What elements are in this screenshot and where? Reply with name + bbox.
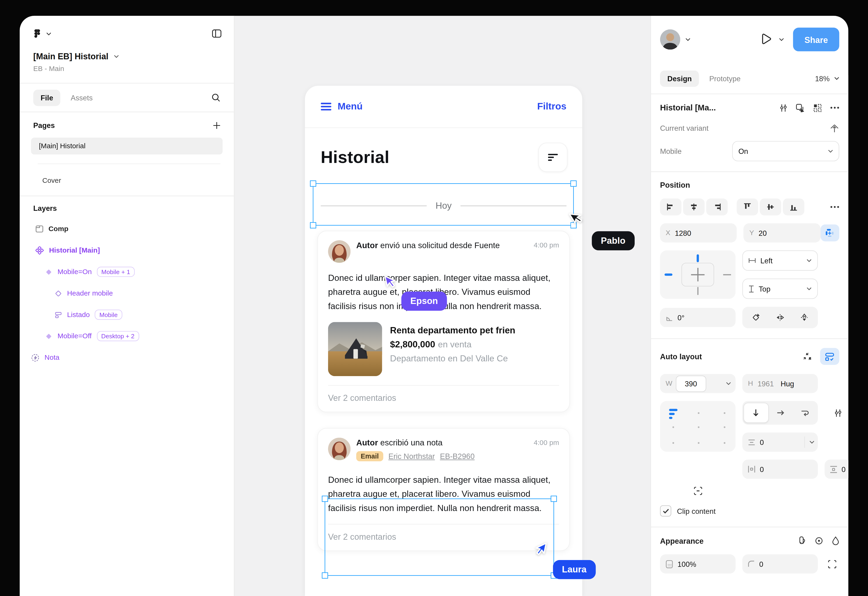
styles-swatch-icon[interactable] (797, 536, 806, 545)
variant-diamond-icon (45, 268, 52, 275)
opacity-input[interactable]: 100% (660, 555, 736, 574)
variant-value-dropdown[interactable]: On (732, 141, 839, 161)
auto-layout-active-icon[interactable] (820, 348, 839, 365)
clip-content-label: Clip content (677, 507, 716, 515)
y-position-input[interactable]: Y 20 (744, 223, 821, 243)
card2-comments-link[interactable]: Ver 2 comentarios (328, 532, 559, 541)
variant-prop-label: Mobile (660, 147, 682, 155)
component-seal-icon (31, 353, 40, 362)
align-right-icon[interactable] (706, 198, 728, 215)
divider (328, 524, 559, 524)
page-item-cover[interactable]: Cover (20, 164, 234, 196)
expand-icon[interactable] (828, 560, 836, 568)
constraints-toggle-icon[interactable] (821, 224, 839, 241)
chevron-down-icon[interactable] (834, 77, 839, 80)
cursor-label-pablo: Pablo (592, 231, 635, 250)
spacing-sliders-icon[interactable] (834, 408, 842, 417)
horizontal-padding-input[interactable]: 0 (742, 460, 818, 479)
adjust-sliders-icon[interactable] (779, 104, 787, 112)
layer-row-historial-main[interactable]: Historial [Main] (35, 240, 223, 261)
vertical-constraint-dropdown[interactable]: Top (742, 278, 818, 299)
rotation-input[interactable]: 0° (660, 308, 736, 327)
eye-icon[interactable] (815, 536, 824, 545)
align-center-horizontal-icon[interactable] (683, 198, 705, 215)
flip-vertical-icon[interactable] (793, 308, 817, 327)
align-left-icon[interactable] (660, 198, 682, 215)
layers-header: Layers (31, 204, 223, 213)
direction-right-icon[interactable] (769, 403, 793, 422)
list-instance-icon (55, 311, 62, 318)
tab-design[interactable]: Design (660, 70, 699, 87)
layer-row-mobile-on[interactable]: Mobile=On Mobile + 1 (45, 261, 223, 282)
chevron-down-icon[interactable] (685, 38, 691, 41)
card1-comments-link[interactable]: Ver 2 comentarios (328, 393, 559, 403)
height-input[interactable]: H 1961 Hug (742, 374, 818, 393)
flip-horizontal-icon[interactable] (768, 308, 793, 327)
horizontal-constraint-dropdown[interactable]: Left (742, 250, 818, 271)
today-label: Hoy (435, 201, 452, 211)
alignment-grid[interactable] (660, 401, 736, 451)
card1-time: 4:00 pm (534, 240, 559, 263)
layer-row-listado[interactable]: Listado Mobile (55, 304, 223, 325)
more-icon[interactable] (830, 206, 839, 208)
variant-badge: Mobile (95, 309, 122, 319)
blend-droplet-icon[interactable] (832, 536, 839, 545)
card2-action: escribió una nota (380, 438, 443, 447)
clip-content-checkbox[interactable] (660, 505, 671, 516)
hug-mode: Hug (781, 379, 794, 387)
shrink-icon[interactable] (803, 352, 812, 361)
app-window: [Main EB] Historial EB - Main File Asset… (20, 16, 849, 596)
vertical-padding-input[interactable]: 0 (825, 460, 848, 479)
component-grid-icon[interactable] (813, 104, 822, 112)
contact-link[interactable]: Eric Northstar (388, 452, 435, 460)
align-bottom-icon[interactable] (783, 198, 804, 215)
figma-logo-icon[interactable] (33, 30, 41, 38)
card1-author: Autor (356, 241, 378, 250)
listing[interactable]: Renta departamento pet frien $2,800,000e… (328, 322, 559, 376)
page-item-main-historial[interactable]: [Main] Historial (31, 138, 223, 154)
layer-row-nota[interactable]: Nota (31, 347, 223, 368)
constraints-widget[interactable] (660, 250, 736, 299)
zoom-level[interactable]: 18% (815, 74, 830, 83)
card1-action: envió una solicitud desde Fuente (380, 241, 500, 250)
add-page-icon[interactable] (213, 122, 220, 129)
present-play-icon[interactable] (760, 33, 772, 46)
direction-down-icon[interactable] (743, 403, 769, 423)
cursor-label-epson: Epson (402, 291, 447, 311)
independent-padding-icon[interactable] (694, 487, 702, 495)
tab-assets[interactable]: Assets (71, 93, 93, 102)
email-badge: Email (356, 451, 383, 461)
listing-title: Renta departamento pet frien (390, 325, 515, 336)
user-avatar[interactable] (660, 30, 681, 50)
layer-row-comp[interactable]: Comp (35, 218, 223, 240)
more-icon[interactable] (830, 107, 839, 109)
swap-instance-icon[interactable] (796, 104, 805, 112)
rotate-icon[interactable] (743, 308, 768, 327)
share-button[interactable]: Share (793, 28, 839, 51)
corner-radius-input[interactable]: 0 (742, 555, 818, 574)
align-middle-vertical-icon[interactable] (760, 198, 781, 215)
tab-file[interactable]: File (33, 89, 61, 106)
tab-prototype[interactable]: Prototype (709, 74, 741, 83)
align-top-icon[interactable] (737, 198, 758, 215)
wrap-icon[interactable] (793, 403, 817, 422)
search-icon[interactable] (211, 93, 220, 102)
reference-link[interactable]: EB-B2960 (440, 452, 475, 460)
chevron-down-icon[interactable] (114, 55, 119, 58)
publish-icon[interactable] (830, 123, 839, 133)
layout-direction-group (742, 401, 818, 424)
auto-layout-header: Auto layout (660, 352, 702, 361)
chevron-down-icon[interactable] (46, 32, 51, 35)
component-set-icon (35, 246, 44, 254)
cursor-label-laura: Laura (553, 560, 596, 579)
sidebar-toggle-icon[interactable] (212, 30, 221, 38)
chevron-down-icon[interactable] (779, 38, 784, 41)
gap-input[interactable]: 0 (742, 433, 818, 452)
layer-row-header-mobile[interactable]: Header mobile (55, 282, 223, 304)
feed-card-note: Autor escribió una nota Email Eric North… (317, 428, 570, 551)
canvas[interactable]: Menú Filtros Historial Hoy (235, 16, 651, 596)
width-input[interactable]: W 390 (660, 374, 736, 393)
today-divider: Hoy (305, 186, 582, 226)
layer-row-mobile-off[interactable]: Mobile=Off Desktop + 2 (45, 325, 223, 347)
x-position-input[interactable]: X 1280 (660, 223, 737, 243)
